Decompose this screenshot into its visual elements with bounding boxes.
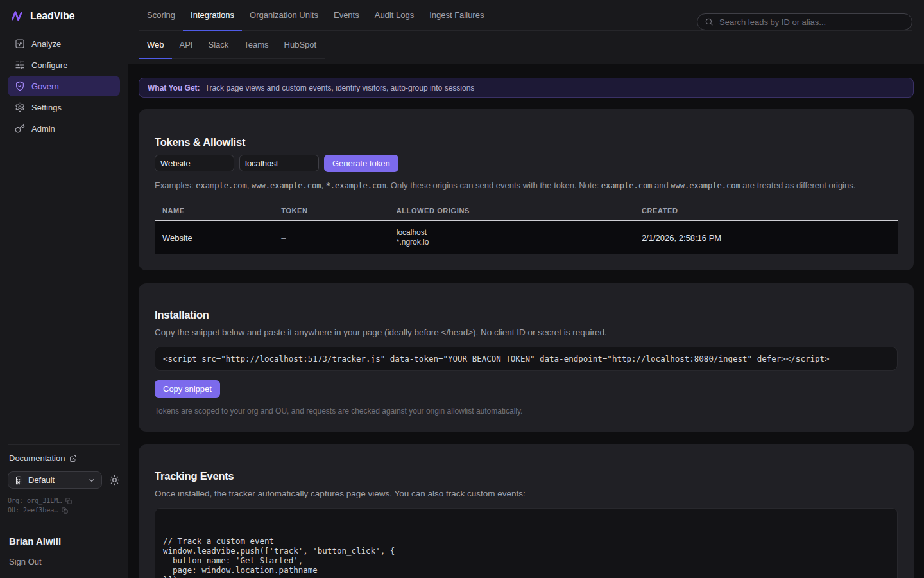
sidebar-item-analyze[interactable]: Analyze <box>8 33 120 54</box>
copy-snippet-button[interactable]: Copy snippet <box>155 380 220 398</box>
sidebar-item-label: Settings <box>31 103 62 112</box>
generate-token-button[interactable]: Generate token <box>324 155 398 172</box>
table-header-token: Token <box>273 201 388 221</box>
header: ScoringIntegrationsOrganization UnitsEve… <box>128 0 924 64</box>
org-id-line: Org: org_31EM… <box>8 496 62 505</box>
sidebar-item-label: Govern <box>31 82 59 91</box>
tracking-code: // Track a custom event window.leadvibe.… <box>163 536 889 578</box>
origin-entry: *.ngrok.io <box>397 238 626 247</box>
token-row: Website–localhost*.ngrok.io2/1/2026, 2:5… <box>155 221 898 255</box>
tab-audit-logs[interactable]: Audit Logs <box>367 0 422 30</box>
tokens-card: Tokens & Allowlist Generate token Exampl… <box>139 109 914 270</box>
search-input[interactable] <box>718 17 905 28</box>
sidebar-item-settings[interactable]: Settings <box>8 97 120 118</box>
origin-example-text: , <box>321 180 325 190</box>
subtab-hubspot[interactable]: HubSpot <box>277 31 325 58</box>
ou-id-line: OU: 2eef3bea… <box>8 505 58 515</box>
sidebar-nav: AnalyzeConfigureGovernSettingsAdmin <box>8 33 120 139</box>
external-link-icon <box>69 455 77 462</box>
origin-example-value: *.example.com <box>326 181 386 190</box>
tracking-heading: Tracking Events <box>155 470 898 482</box>
token-scope-note: Tokens are scoped to your org and OU, an… <box>155 407 898 416</box>
documentation-label: Documentation <box>9 453 65 463</box>
origin-input[interactable] <box>239 155 319 171</box>
copy-ou-icon[interactable] <box>62 507 68 514</box>
copy-org-icon[interactable] <box>65 498 72 504</box>
origin-example-value: www.example.com <box>671 181 740 190</box>
user-name: Brian Alwill <box>8 525 120 547</box>
token-name-input[interactable] <box>155 155 234 171</box>
sidebar-item-label: Analyze <box>31 39 61 49</box>
sun-icon <box>109 475 120 486</box>
origin-example-text: . Only these origins can send events wit… <box>386 180 601 190</box>
subtab-web[interactable]: Web <box>139 31 172 58</box>
ou-selector-value: Default <box>28 475 55 485</box>
tab-ingest-failures[interactable]: Ingest Failures <box>422 0 492 30</box>
sign-out-button[interactable]: Sign Out <box>8 547 120 566</box>
shield-check-icon <box>15 81 25 91</box>
token-row-token: – <box>273 221 388 255</box>
subtab-teams[interactable]: Teams <box>236 31 276 58</box>
origin-example-value: example.com <box>196 181 246 190</box>
sidebar-item-admin[interactable]: Admin <box>8 118 120 139</box>
origin-example-text: and <box>652 180 671 190</box>
origin-example-text: , <box>247 180 252 190</box>
install-snippet-code: <script src="http://localhost:5173/track… <box>155 347 898 371</box>
tracking-description: Once installed, the tracker automaticall… <box>155 489 898 498</box>
tracking-card: Tracking Events Once installed, the trac… <box>139 444 914 578</box>
origin-example-value: example.com <box>601 181 652 190</box>
tokens-table-head: NameTokenAllowed OriginsCreated <box>155 201 898 221</box>
token-row-created: 2/1/2026, 2:58:16 PM <box>634 221 898 255</box>
theme-toggle-button[interactable] <box>109 475 120 486</box>
token-row-name: Website <box>155 221 273 255</box>
sidebar-footer: Documentation Default <box>8 444 120 566</box>
tracking-code-box: // Track a custom event window.leadvibe.… <box>155 508 898 578</box>
documentation-link[interactable]: Documentation <box>8 453 120 471</box>
brand-name: LeadVibe <box>30 10 74 22</box>
origin-example-text: are treated as different origins. <box>740 180 856 190</box>
sidebar-item-label: Configure <box>31 60 67 70</box>
tokens-heading: Tokens & Allowlist <box>155 136 898 148</box>
subtab-api[interactable]: API <box>172 31 201 58</box>
leadvibe-wave-icon <box>10 9 24 23</box>
table-header-allowed-origins: Allowed Origins <box>389 201 634 221</box>
installation-heading: Installation <box>155 309 898 321</box>
right-shell: ScoringIntegrationsOrganization UnitsEve… <box>128 0 924 578</box>
tab-scoring[interactable]: Scoring <box>139 0 183 30</box>
building-icon <box>14 476 23 485</box>
tokens-table: NameTokenAllowed OriginsCreated Website–… <box>155 201 898 254</box>
banner-title: What You Get: <box>148 83 200 92</box>
origin-examples: Examples: example.com, www.example.com, … <box>155 180 898 190</box>
key-icon <box>15 123 25 134</box>
chevron-down-icon <box>88 477 96 484</box>
installation-description: Copy the snippet below and paste it anyw… <box>155 328 898 337</box>
sliders-icon <box>15 60 25 70</box>
tokens-table-body: Website–localhost*.ngrok.io2/1/2026, 2:5… <box>155 221 898 255</box>
sidebar: LeadVibe AnalyzeConfigureGovernSettingsA… <box>0 0 128 578</box>
sidebar-item-label: Admin <box>31 124 55 134</box>
sidebar-spacer <box>8 139 120 444</box>
activity-icon <box>15 39 25 49</box>
search-box <box>697 13 912 30</box>
ou-selector[interactable]: Default <box>8 471 102 489</box>
table-header-name: Name <box>155 201 273 221</box>
sidebar-item-configure[interactable]: Configure <box>8 55 120 75</box>
sidebar-item-govern[interactable]: Govern <box>8 76 120 96</box>
origin-entry: localhost <box>397 228 626 238</box>
table-header-created: Created <box>634 201 898 221</box>
tab-integrations[interactable]: Integrations <box>183 0 242 30</box>
subtabs-row: WebAPISlackTeamsHubSpot <box>139 31 325 59</box>
brand-logo: LeadVibe <box>8 6 120 33</box>
gear-icon <box>15 102 25 112</box>
what-you-get-banner: What You Get: Track page views and custo… <box>139 78 914 98</box>
token-row-origins: localhost*.ngrok.io <box>389 221 634 255</box>
origin-example-text: Examples: <box>155 180 196 190</box>
tab-events[interactable]: Events <box>326 0 367 30</box>
search-icon <box>705 17 714 26</box>
tab-organization-units[interactable]: Organization Units <box>242 0 326 30</box>
banner-text: Track page views and custom events, iden… <box>205 83 475 92</box>
installation-card: Installation Copy the snippet below and … <box>139 283 914 432</box>
origin-example-value: www.example.com <box>252 181 321 190</box>
main-content: What You Get: Track page views and custo… <box>128 64 924 578</box>
subtab-slack[interactable]: Slack <box>200 31 236 58</box>
